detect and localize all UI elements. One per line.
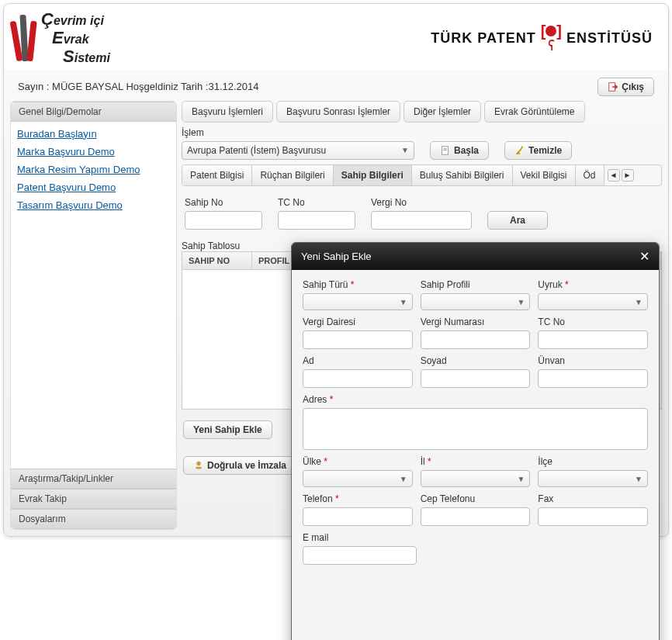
sahip-turu-select[interactable]: ▼ — [303, 293, 413, 310]
new-owner-button[interactable]: Yeni Sahip Ekle — [183, 420, 272, 439]
start-button[interactable]: Başla — [430, 141, 489, 160]
brand-word: vrak — [64, 33, 89, 46]
top-tabs: Başvuru İşlemleri Başvuru Sonrası İşleml… — [182, 101, 662, 123]
soyad-label: Soyad — [421, 355, 531, 368]
ilce-select[interactable]: ▼ — [538, 470, 648, 487]
chevron-down-icon: ▼ — [517, 298, 525, 306]
exit-button[interactable]: Çıkış — [598, 78, 654, 96]
chevron-down-icon: ▼ — [401, 146, 409, 154]
header: Çevrim içi Evrak Sistemi TÜRK PATENT [] … — [4, 4, 668, 70]
subtab-ruchan[interactable]: Rüçhan Bilgileri — [252, 165, 333, 185]
vergi-no-input[interactable] — [371, 211, 472, 230]
document-icon — [440, 145, 451, 156]
subtab-sahip-bilgileri[interactable]: Sahip Bilgileri — [334, 165, 412, 185]
logo-left: Çevrim içi Evrak Sistemi — [13, 10, 110, 67]
ad-label: Ad — [303, 355, 413, 368]
brand-cap: Ç — [41, 9, 54, 29]
sidebar-section-arastirma[interactable]: Araştırma/Takip/Linkler — [11, 469, 176, 489]
sidebar-link-marka-basvuru[interactable]: Marka Başvuru Demo — [17, 143, 170, 161]
brand-right-text: TÜRK PATENT — [431, 30, 535, 47]
uyruk-select[interactable]: ▼ — [538, 293, 648, 310]
clear-button[interactable]: Temizle — [504, 141, 572, 160]
validate-label: Doğrula ve İmzala — [207, 460, 286, 471]
cep-telefonu-input[interactable] — [421, 507, 531, 526]
chevron-down-icon: ▼ — [635, 298, 643, 306]
cep-telefonu-label: Cep Telefonu — [421, 493, 531, 506]
subtab-prev-button[interactable]: ◄ — [608, 169, 620, 182]
email-label: E mail — [303, 532, 417, 540]
chevron-down-icon: ▼ — [400, 298, 407, 306]
tab-diger-islemler[interactable]: Diğer İşlemler — [404, 101, 481, 123]
adres-label: Adres * — [303, 394, 648, 406]
vergi-no-label: Vergi No — [371, 197, 472, 209]
modal-tcno-input[interactable] — [538, 330, 648, 349]
telefon-label: Telefon * — [303, 493, 413, 506]
ulke-label: Ülke * — [303, 456, 413, 469]
vergi-numarasi-label: Vergi Numarası — [421, 317, 531, 329]
fax-input[interactable] — [538, 507, 648, 526]
sidebar-section-dosyalarim[interactable]: Dosyalarım — [11, 509, 176, 529]
clear-label: Temizle — [528, 145, 562, 156]
tc-no-input[interactable] — [278, 211, 355, 230]
chevron-down-icon: ▼ — [635, 475, 643, 483]
sidebar-spacer — [11, 220, 176, 469]
il-select[interactable]: ▼ — [421, 470, 531, 487]
search-button[interactable]: Ara — [487, 211, 548, 230]
soyad-input[interactable] — [421, 369, 531, 388]
brand-word: istemi — [74, 51, 110, 64]
start-label: Başla — [454, 145, 479, 156]
validate-sign-button[interactable]: Doğrula ve İmzala — [183, 456, 296, 475]
subtab-vekil-bilgisi[interactable]: Vekil Bilgisi — [513, 165, 576, 185]
sidebar-link-marka-resim[interactable]: Marka Resim Yapımı Demo — [17, 161, 170, 178]
subtab-next-button[interactable]: ► — [622, 169, 634, 182]
sidebar-link-start[interactable]: Buradan Başlayın — [17, 125, 170, 143]
sidebar-section-evrak-takip[interactable]: Evrak Takip — [11, 489, 176, 509]
modal-title-text: Yeni Sahip Ekle — [301, 251, 372, 262]
ulke-select[interactable]: ▼ — [303, 470, 413, 487]
operation-label: İşlem — [182, 127, 414, 140]
exit-icon — [608, 81, 618, 92]
subtab-odeme[interactable]: Öd — [576, 165, 604, 185]
modal-close-button[interactable]: ✕ — [639, 249, 649, 264]
col-sahip-no: SAHIP NO — [182, 252, 252, 269]
table-caption: Sahip Tablosu — [182, 240, 240, 253]
vergi-dairesi-input[interactable] — [303, 330, 413, 349]
unvan-input[interactable] — [538, 369, 648, 388]
modal-body: Sahip Türü * ▼ Sahip Profili ▼ Uyruk * ▼… — [292, 270, 659, 540]
sahip-turu-label: Sahip Türü * — [303, 279, 413, 292]
sidebar-body: Buradan Başlayın Marka Başvuru Demo Mark… — [11, 122, 176, 220]
sidebar-link-tasarim-basvuru[interactable]: Tasarım Başvuru Demo — [17, 196, 170, 214]
sahip-profili-label: Sahip Profili — [421, 279, 531, 292]
svg-rect-3 — [443, 150, 446, 150]
welcome-bar: Sayın : MÜGE BAYSAL Hoşgeldiniz Tarih :3… — [4, 70, 668, 101]
search-label: Ara — [510, 215, 525, 226]
owner-search-form: Sahip No TC No Vergi No Ara — [182, 191, 662, 236]
adres-input[interactable] — [303, 408, 648, 450]
telefon-input[interactable] — [303, 507, 413, 526]
brand-cap: S — [63, 47, 74, 66]
operation-select[interactable]: Avrupa Patenti (İstem) Başvurusu ▼ — [182, 141, 414, 160]
sahip-no-input[interactable] — [185, 211, 262, 230]
ad-input[interactable] — [303, 369, 413, 388]
svg-rect-5 — [196, 466, 202, 469]
exit-label: Çıkış — [622, 81, 644, 92]
unvan-label: Ünvan — [538, 355, 648, 368]
new-owner-modal: Yeni Sahip Ekle ✕ Sahip Türü * ▼ Sahip P… — [291, 242, 660, 540]
brand-right-text: ENSTİTÜSÜ — [566, 30, 653, 47]
new-owner-label: Yeni Sahip Ekle — [193, 424, 262, 435]
tab-evrak-goruntuleme[interactable]: Evrak Görüntüleme — [484, 101, 584, 123]
modal-titlebar[interactable]: Yeni Sahip Ekle ✕ — [292, 243, 659, 270]
tab-basvuru-sonrasi[interactable]: Başvuru Sonrası İşlemler — [276, 101, 400, 123]
subtab-patent-bilgisi[interactable]: Patent Bilgisi — [182, 165, 252, 185]
subtab-bulus-sahibi[interactable]: Buluş Sahibi Bilgileri — [412, 165, 513, 185]
operation-value: Avrupa Patenti (İstem) Başvurusu — [187, 145, 326, 156]
tab-basvuru-islemleri[interactable]: Başvuru İşlemleri — [182, 101, 273, 123]
sahip-profili-select[interactable]: ▼ — [421, 293, 531, 310]
vergi-numarasi-input[interactable] — [421, 330, 531, 349]
sidebar: Genel Bilgi/Demolar Buradan Başlayın Mar… — [10, 101, 177, 530]
fax-label: Fax — [538, 493, 648, 506]
logo-right: TÜRK PATENT [] ʕ ENSTİTÜSÜ — [431, 22, 653, 54]
sidebar-section-demolar[interactable]: Genel Bilgi/Demolar — [11, 102, 176, 122]
sidebar-link-patent-basvuru[interactable]: Patent Başvuru Demo — [17, 178, 170, 196]
tc-no-label: TC No — [278, 197, 355, 209]
